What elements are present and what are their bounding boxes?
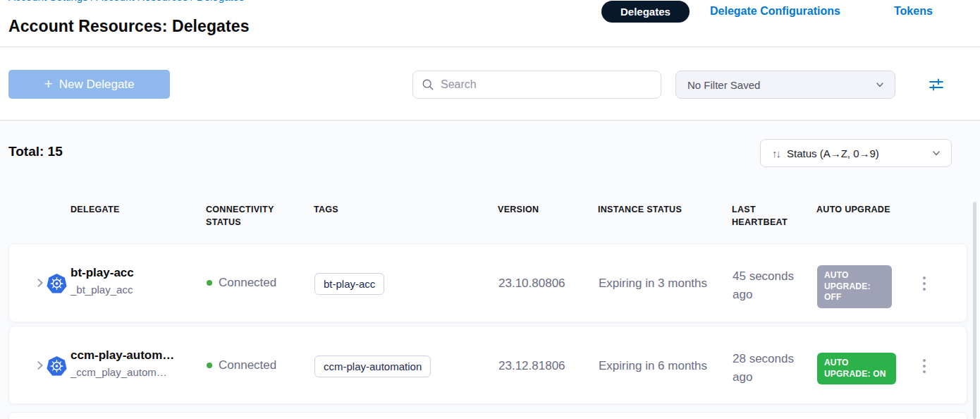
delegate-version: 23.12.81806 (498, 359, 565, 373)
delegate-row[interactable]: ccm-play-autom… _ccm_play_autom… Connect… (8, 326, 967, 404)
plus-icon: + (44, 76, 52, 91)
tab-delegates-label: Delegates (620, 6, 670, 18)
total-count: Total: 15 (8, 144, 63, 159)
column-header-delegate: DELEGATE (71, 203, 120, 216)
sort-arrows-icon: ↑↓ (772, 147, 780, 159)
tab-delegate-configurations[interactable]: Delegate Configurations (710, 5, 840, 18)
search-icon (422, 78, 434, 91)
sort-value: Status (A→Z, 0→9) (787, 147, 924, 159)
connectivity-label: Connected (219, 276, 276, 290)
row-menu-button[interactable] (919, 355, 930, 377)
filter-settings-icon (928, 77, 945, 92)
column-header-tags: TAGS (314, 203, 338, 216)
header-divider (0, 47, 980, 47)
search-input[interactable] (441, 78, 652, 91)
delegate-name: bt-play-acc (71, 266, 134, 280)
saved-filter-value: No Filter Saved (687, 79, 875, 91)
new-delegate-button[interactable]: + New Delegate (8, 70, 170, 99)
filter-settings-button[interactable] (926, 75, 946, 94)
expand-row-button[interactable] (35, 277, 47, 289)
row-menu-button[interactable] (919, 272, 930, 295)
breadcrumb[interactable]: Account Settings / Account Resources / D… (8, 0, 305, 4)
delegates-page: Account Settings / Account Resources / D… (0, 0, 980, 419)
instance-status: Expiring in 3 months (599, 277, 707, 291)
chevron-down-icon (931, 148, 941, 158)
tag-chip: ccm-play-automation (314, 356, 431, 377)
auto-upgrade-badge: AUTO UPGRADE: OFF (817, 265, 892, 308)
delegate-id: _bt_play_acc (71, 284, 133, 296)
tab-tokens[interactable]: Tokens (894, 5, 933, 18)
delegate-version: 23.10.80806 (498, 277, 565, 291)
column-header-version: VERSION (498, 203, 539, 216)
saved-filter-dropdown[interactable]: No Filter Saved (675, 71, 895, 99)
new-delegate-label: New Delegate (59, 78, 135, 92)
page-title: Account Resources: Delegates (8, 17, 250, 36)
connectivity-status: Connected (207, 358, 276, 372)
connectivity-label: Connected (219, 358, 276, 372)
delegate-row[interactable] (8, 412, 967, 419)
chevron-down-icon (875, 80, 885, 90)
connected-dot-icon (207, 363, 212, 368)
breadcrumb-text[interactable]: Account Settings / Account Resources / D… (8, 0, 305, 3)
vertical-scrollbar[interactable] (973, 202, 976, 419)
column-header-auto-upgrade: AUTO UPGRADE (816, 203, 890, 216)
chevron-right-icon (35, 360, 46, 371)
last-heartbeat: 45 seconds ago (733, 267, 811, 303)
auto-upgrade-badge: AUTO UPGRADE: ON (817, 353, 896, 384)
column-header-connectivity-status: CONNECTIVITY STATUS (206, 203, 299, 229)
delegate-row[interactable]: bt-play-acc _bt_play_acc Connected bt-pl… (8, 243, 967, 322)
sort-dropdown[interactable]: ↑↓ Status (A→Z, 0→9) (760, 139, 952, 167)
expand-row-button[interactable] (35, 359, 47, 372)
connected-dot-icon (207, 280, 212, 286)
connectivity-status: Connected (207, 276, 276, 290)
kubernetes-icon (47, 356, 67, 377)
tag-chip: bt-play-acc (314, 273, 384, 295)
instance-status: Expiring in 6 months (599, 359, 707, 373)
search-box[interactable] (412, 71, 661, 99)
chevron-right-icon (35, 277, 46, 289)
delegate-name: ccm-play-autom… (71, 348, 174, 363)
kubernetes-icon (47, 274, 67, 294)
tab-delegates[interactable]: Delegates (601, 1, 690, 23)
delegate-id: _ccm_play_autom… (71, 366, 167, 378)
column-header-last-heartbeat: LAST HEARTBEAT (732, 203, 802, 229)
column-header-instance-status: INSTANCE STATUS (598, 203, 682, 216)
last-heartbeat: 28 seconds ago (733, 350, 811, 386)
